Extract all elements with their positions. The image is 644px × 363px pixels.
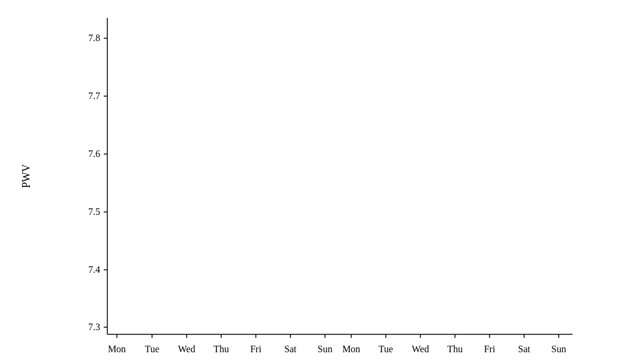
- x-tick-label-thu1: Thu: [213, 344, 229, 354]
- y-tick-label-77: 7.7: [88, 91, 100, 101]
- x-tick-label-wed1: Wed: [178, 344, 196, 354]
- x-tick-label-mon1: Mon: [108, 344, 126, 354]
- x-tick-label-fri2: Fri: [484, 344, 496, 354]
- x-tick-label-sun1: Sun: [318, 344, 333, 354]
- x-tick-label-fri1: Fri: [250, 344, 262, 354]
- y-tick-label-76: 7.6: [88, 149, 100, 159]
- x-tick-label-sun2: Sun: [552, 344, 566, 354]
- chart-container: PWV 7.3 7.4 7.5 7.6 7.7 7.8 Mon Tue Wed: [0, 0, 644, 363]
- chart-svg: PWV 7.3 7.4 7.5 7.6 7.7 7.8 Mon Tue Wed: [0, 0, 644, 363]
- y-tick-label-73: 7.3: [88, 322, 100, 332]
- x-tick-label-tue1: Tue: [145, 344, 159, 354]
- x-tick-label-tue2: Tue: [379, 344, 393, 354]
- y-axis-label: PWV: [20, 164, 32, 188]
- x-tick-label-thu2: Thu: [447, 344, 463, 354]
- x-tick-label-mon2: Mon: [342, 344, 360, 354]
- x-tick-label-sat2: Sat: [518, 344, 531, 354]
- y-tick-label-78: 7.8: [88, 33, 100, 43]
- y-tick-label-75: 7.5: [88, 207, 100, 217]
- y-tick-label-74: 7.4: [88, 264, 100, 275]
- x-tick-label-wed2: Wed: [412, 344, 429, 354]
- x-tick-label-sat1: Sat: [284, 344, 297, 354]
